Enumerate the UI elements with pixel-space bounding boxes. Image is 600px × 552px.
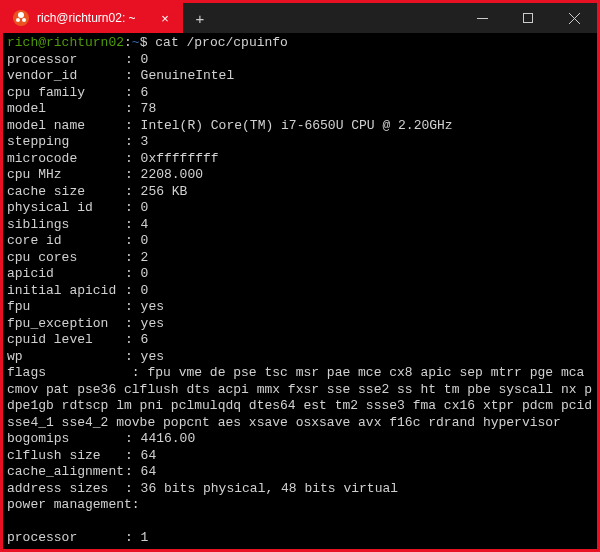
cpuinfo-value: Intel(R) Core(TM) i7-6650U CPU @ 2.20GHz [141, 118, 453, 133]
cpuinfo-row: cache_alignment: 64 [7, 464, 593, 481]
cpuinfo-value: 2208.000 [141, 167, 203, 182]
cpuinfo-key: bogomips [7, 431, 125, 448]
cpuinfo-row: siblings: 4 [7, 217, 593, 234]
cpuinfo-colon: : [125, 349, 141, 366]
cpuinfo-key: core id [7, 233, 125, 250]
cpuinfo-key: cache_alignment [7, 464, 125, 481]
cpuinfo-key: siblings [7, 217, 125, 234]
cpuinfo-row: core id: 0 [7, 233, 593, 250]
cpuinfo-value: 0 [141, 266, 149, 281]
cpuinfo-row: cpuid level: 6 [7, 332, 593, 349]
cpuinfo-row: vendor_id: GenuineIntel [7, 547, 593, 550]
cpuinfo-block-1: processor: 1vendor_id: GenuineIntel [7, 530, 593, 549]
cpuinfo-row: apicid: 0 [7, 266, 593, 283]
cpuinfo-value: 78 [141, 101, 157, 116]
cpuinfo-key: vendor_id [7, 68, 125, 85]
cpuinfo-row: clflush size: 64 [7, 448, 593, 465]
cpuinfo-key: model name [7, 118, 125, 135]
cpuinfo-key: initial apicid [7, 283, 125, 300]
prompt-path: ~ [132, 35, 140, 50]
titlebar: rich@richturn02: ~ × + [3, 3, 597, 33]
cpuinfo-flags: flags : fpu vme de pse tsc msr pae mce c… [7, 365, 593, 431]
cpuinfo-value: 4 [141, 217, 149, 232]
cpuinfo-colon: : [125, 299, 141, 316]
cpuinfo-colon: : [125, 464, 141, 481]
cpuinfo-colon: : [125, 530, 141, 547]
cpuinfo-colon: : [125, 481, 141, 498]
prompt-userhost: rich@richturn02 [7, 35, 124, 50]
cpuinfo-colon: : [125, 316, 141, 333]
cpuinfo-colon: : [125, 448, 141, 465]
cpuinfo-key: cache size [7, 184, 125, 201]
cpuinfo-row: physical id: 0 [7, 200, 593, 217]
cpuinfo-row: fpu_exception: yes [7, 316, 593, 333]
cpuinfo-value: 36 bits physical, 48 bits virtual [141, 481, 398, 496]
cpuinfo-block-0: processor: 0vendor_id: GenuineIntelcpu f… [7, 52, 593, 366]
cpuinfo-key: cpu family [7, 85, 125, 102]
cpuinfo-value: 3 [141, 134, 149, 149]
maximize-button[interactable] [505, 3, 551, 33]
cpuinfo-colon: : [125, 52, 141, 69]
cpuinfo-colon: : [125, 266, 141, 283]
cpuinfo-key: cpu cores [7, 250, 125, 267]
cpuinfo-key: physical id [7, 200, 125, 217]
cpuinfo-key: apicid [7, 266, 125, 283]
tab-active[interactable]: rich@richturn02: ~ × [3, 3, 183, 33]
cpuinfo-row: microcode: 0xffffffff [7, 151, 593, 168]
cpuinfo-colon: : [125, 283, 141, 300]
cpuinfo-row: wp: yes [7, 349, 593, 366]
cpuinfo-colon: : [125, 431, 141, 448]
prompt-sigil: $ [140, 35, 148, 50]
cpuinfo-value: 1 [141, 530, 149, 545]
cpuinfo-value: yes [141, 299, 164, 314]
cpuinfo-value: 0 [141, 283, 149, 298]
cpuinfo-row: cpu family: 6 [7, 85, 593, 102]
cpuinfo-key: address sizes [7, 481, 125, 498]
cpuinfo-value: 0 [141, 200, 149, 215]
blank-line [7, 514, 593, 531]
cpuinfo-key: processor [7, 530, 125, 547]
cpuinfo-key: power management [7, 497, 132, 514]
cpuinfo-value: 64 [141, 448, 157, 463]
cpuinfo-value: 4416.00 [141, 431, 196, 446]
cpuinfo-colon: : [125, 250, 141, 267]
cpuinfo-key: wp [7, 349, 125, 366]
cpuinfo-key: clflush size [7, 448, 125, 465]
new-tab-button[interactable]: + [183, 3, 217, 33]
cpuinfo-row: power management: [7, 497, 593, 514]
cpuinfo-value: 0 [141, 233, 149, 248]
cpuinfo-colon: : [125, 101, 141, 118]
cpuinfo-colon: : [125, 85, 141, 102]
cpuinfo-key: microcode [7, 151, 125, 168]
tab-close-icon[interactable]: × [157, 11, 173, 26]
cpuinfo-key: vendor_id [7, 547, 125, 550]
cpuinfo-colon: : [125, 151, 141, 168]
cpuinfo-row: vendor_id: GenuineIntel [7, 68, 593, 85]
cpuinfo-colon: : [125, 118, 141, 135]
cpuinfo-value: 0xffffffff [141, 151, 219, 166]
cpuinfo-row: model: 78 [7, 101, 593, 118]
titlebar-spacer[interactable] [217, 3, 459, 33]
cpuinfo-colon: : [125, 184, 141, 201]
svg-rect-1 [523, 13, 532, 22]
cpuinfo-value: GenuineIntel [141, 68, 235, 83]
cpuinfo-key: cpu MHz [7, 167, 125, 184]
cpuinfo-row: stepping: 3 [7, 134, 593, 151]
cpuinfo-key: model [7, 101, 125, 118]
cpuinfo-key: processor [7, 52, 125, 69]
cpuinfo-key: fpu_exception [7, 316, 125, 333]
cpuinfo-value: yes [141, 316, 164, 331]
terminal-body[interactable]: rich@richturn02:~$ cat /proc/cpuinfoproc… [3, 33, 597, 549]
cpuinfo-value: yes [141, 349, 164, 364]
minimize-button[interactable] [459, 3, 505, 33]
prompt-sep: : [124, 35, 132, 50]
cpuinfo-block-0-tail: bogomips: 4416.00clflush size: 64cache_a… [7, 431, 593, 514]
cpuinfo-row: cpu cores: 2 [7, 250, 593, 267]
close-button[interactable] [551, 3, 597, 33]
cpuinfo-row: address sizes: 36 bits physical, 48 bits… [7, 481, 593, 498]
prompt-command: cat /proc/cpuinfo [155, 35, 288, 50]
cpuinfo-colon: : [125, 134, 141, 151]
cpuinfo-row: cache size: 256 KB [7, 184, 593, 201]
cpuinfo-value: 64 [141, 464, 157, 479]
cpuinfo-value: GenuineIntel [141, 547, 235, 550]
